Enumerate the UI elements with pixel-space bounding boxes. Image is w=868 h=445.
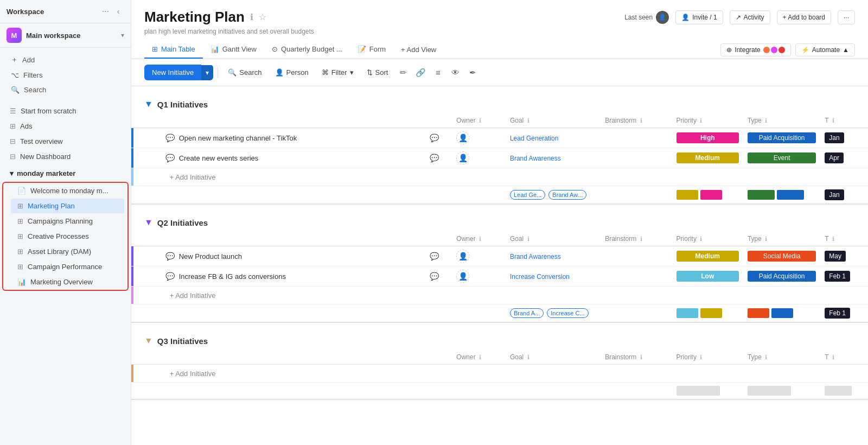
row-type[interactable]: Social Media — [743, 246, 820, 266]
col-brainstorm-q2: Brainstorm ℹ — [601, 232, 672, 246]
row-chat-btn[interactable]: 💬 — [417, 148, 452, 168]
row-priority[interactable]: Medium — [672, 246, 743, 266]
add-initiative-cell-q2[interactable]: + Add Initiative — [148, 287, 868, 304]
sidebar-item-asset-library[interactable]: ⊞ Asset Library (DAM) — [11, 244, 124, 259]
sidebar-item-creative-processes[interactable]: ⊞ Creative Processes — [11, 229, 124, 244]
tab-main-table[interactable]: ⊞ Main Table — [144, 41, 203, 59]
person-icon: 👤 — [275, 68, 284, 77]
table-row: 💬 Open new marketing channel - TikTok 💬 … — [131, 128, 868, 148]
add-initiative-cell[interactable]: + Add Initiative — [148, 168, 868, 186]
info-icon[interactable]: ℹ — [250, 12, 253, 22]
add-initiative-row-q2[interactable]: + Add Initiative — [131, 287, 868, 304]
row-priority[interactable]: Low — [672, 266, 743, 287]
workspace-selector[interactable]: M Main workspace ▾ — [0, 23, 131, 48]
tab-gantt-view[interactable]: 📊 Gantt View — [203, 41, 264, 59]
more-options-button[interactable]: ··· — [838, 10, 855, 24]
toolbar-link-icon-button[interactable]: 🔗 — [413, 65, 428, 80]
row-type[interactable]: Event — [743, 148, 820, 168]
table-row: 💬 Increase FB & IG ads conversions 💬 👤 I… — [131, 266, 868, 287]
integrate-icon: ⊕ — [726, 46, 732, 54]
row-chat-btn[interactable]: 💬 — [417, 266, 452, 287]
q1-collapse-icon[interactable]: ▼ — [144, 99, 153, 109]
sidebar: Workspace ··· ‹ M Main workspace ▾ ＋ Add… — [0, 0, 131, 445]
q1-time-summary: Jan — [820, 186, 868, 205]
add-button[interactable]: ＋ Add — [7, 52, 124, 67]
sidebar-item-new-dashboard[interactable]: ⊟ New Dashboard — [3, 149, 127, 164]
sidebar-item-ads[interactable]: ⊞ Ads — [3, 119, 127, 134]
sidebar-item-campaign-performance[interactable]: ⊞ Campaign Performance — [11, 259, 124, 274]
row-goal[interactable]: Brand Awareness — [506, 148, 601, 168]
toolbar-pen-icon-button[interactable]: ✏ — [395, 65, 411, 80]
add-board-button[interactable]: + Add to board — [777, 10, 831, 24]
row-type[interactable]: Paid Acquisition — [743, 266, 820, 287]
q3-header-row: Owner ℹ Goal ℹ Brainstorm ℹ Priority ℹ T… — [131, 350, 868, 365]
row-owner[interactable]: 👤 — [452, 128, 506, 148]
integrate-button[interactable]: ⊕ Integrate — [720, 43, 790, 56]
toolbar-lines-icon-button[interactable]: ≡ — [430, 65, 445, 80]
q2-collapse-icon[interactable]: ▼ — [144, 218, 153, 227]
sidebar-item-campaigns-planning[interactable]: ⊞ Campaigns Planning — [11, 214, 124, 228]
star-icon[interactable]: ☆ — [259, 12, 266, 22]
row-owner[interactable]: 👤 — [452, 148, 506, 168]
row-owner[interactable]: 👤 — [452, 266, 506, 287]
q2-title: Q2 Initiatives — [157, 218, 208, 227]
search-button[interactable]: 🔍 Search — [7, 83, 124, 97]
new-initiative-dropdown[interactable]: ▾ — [201, 65, 213, 80]
sidebar-item-marketing-plan[interactable]: ⊞ Marketing Plan — [11, 199, 124, 213]
row-chat-btn[interactable]: 💬 — [417, 128, 452, 148]
sidebar-menu-icon[interactable]: ··· — [102, 7, 109, 16]
chat-icon[interactable]: 💬 — [165, 272, 175, 281]
activity-button[interactable]: ↗ Activity — [730, 10, 770, 24]
row-time: Apr — [820, 148, 868, 168]
sidebar-item-marketing-overview[interactable]: 📊 Marketing Overview — [11, 275, 124, 289]
toolbar-eraser-icon-button[interactable]: ✒ — [465, 65, 480, 80]
add-initiative-cell-q3[interactable]: + Add Initiative — [148, 365, 868, 383]
new-initiative-button[interactable]: New Initiative ▾ — [144, 65, 213, 80]
tab-form[interactable]: 📝 Form — [350, 41, 393, 59]
sidebar-collapse-button[interactable]: ‹ — [112, 5, 124, 17]
invite-button[interactable]: 👤 Invite / 1 — [675, 10, 723, 24]
toolbar-person-button[interactable]: 👤 Person — [270, 66, 314, 79]
add-initiative-row-q3[interactable]: + Add Initiative — [131, 365, 868, 383]
chat-icon[interactable]: 💬 — [165, 252, 175, 260]
sidebar-item-welcome[interactable]: 📄 Welcome to monday m... — [11, 183, 124, 198]
chat-icon[interactable]: 💬 — [165, 154, 175, 162]
col-time-q2: T ℹ — [820, 232, 868, 246]
chat-icon[interactable]: 💬 — [165, 134, 175, 142]
col-priority-q2: Priority ℹ — [672, 232, 743, 246]
group-header[interactable]: ▾ monday marketer — [3, 166, 127, 181]
q3-group: ▼ Q3 Initiatives — [131, 332, 868, 400]
workspace-icon: M — [7, 28, 22, 43]
sidebar-item-test-overview[interactable]: ⊟ Test overview — [3, 134, 127, 149]
new-initiative-main[interactable]: New Initiative — [144, 65, 201, 80]
tab-quarterly-budget[interactable]: ⊙ Quarterly Budget ... — [264, 41, 350, 59]
col-owner-q3: Owner ℹ — [452, 350, 506, 365]
row-chat-btn[interactable]: 💬 — [417, 246, 452, 266]
toolbar-eye-icon-button[interactable]: 👁 — [448, 65, 463, 80]
add-view-tab[interactable]: + Add View — [393, 41, 444, 58]
sidebar-item-start-scratch[interactable]: ☰ Start from scratch — [3, 104, 127, 118]
q3-collapse-icon[interactable]: ▼ — [144, 336, 153, 346]
filters-button[interactable]: ⌥ Filters — [7, 68, 124, 82]
sidebar-items: ☰ Start from scratch ⊞ Ads ⊟ Test overvi… — [0, 101, 131, 445]
q2-table: Owner ℹ Goal ℹ Brainstorm ℹ Priority ℹ T… — [131, 232, 868, 323]
row-priority[interactable]: High — [672, 128, 743, 148]
board-icon: ⊞ — [17, 232, 23, 240]
row-priority[interactable]: Medium — [672, 148, 743, 168]
row-goal[interactable]: Increase Conversion — [506, 266, 601, 287]
q1-group: ▼ Q1 Initiatives — [131, 95, 868, 205]
q2-priority-summary — [672, 304, 743, 323]
app-title: Workspace — [7, 8, 44, 16]
row-goal[interactable]: Lead Generation — [506, 128, 601, 148]
toolbar-filter-button[interactable]: ⌘ Filter ▾ — [316, 66, 359, 79]
automate-button[interactable]: ⚡ Automate ▲ — [795, 43, 855, 56]
col-goal: Goal ℹ — [506, 113, 601, 128]
row-goal[interactable]: Brand Awareness — [506, 246, 601, 266]
toolbar-sort-button[interactable]: ⇅ Sort — [361, 66, 394, 79]
row-type[interactable]: Paid Acquisition — [743, 128, 820, 148]
chevron-down-icon: ▾ — [350, 68, 354, 77]
toolbar-search-button[interactable]: 🔍 Search — [222, 66, 267, 79]
gantt-icon: 📊 — [210, 45, 219, 53]
add-initiative-row[interactable]: + Add Initiative — [131, 168, 868, 186]
row-owner[interactable]: 👤 — [452, 246, 506, 266]
